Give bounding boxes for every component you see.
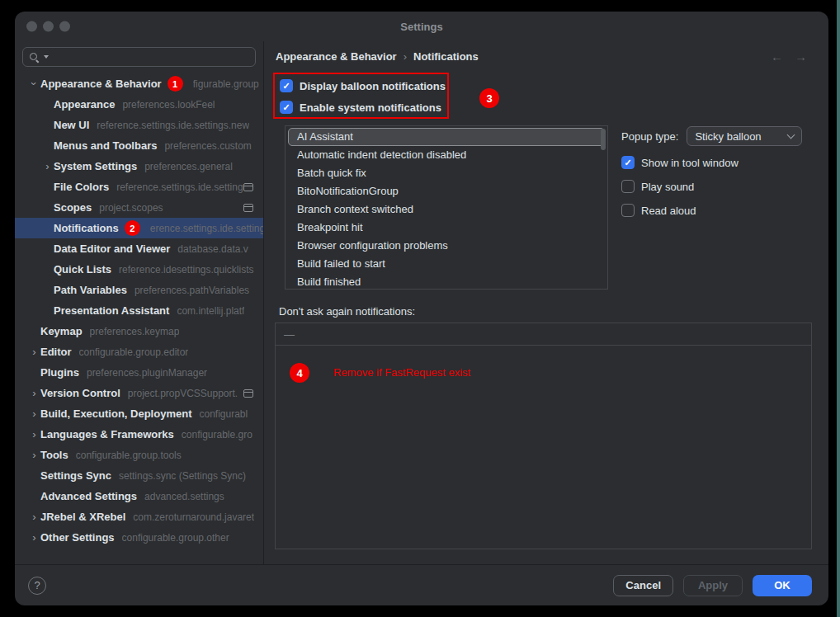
sidebar-item-id: preferences.custom (164, 140, 251, 152)
sidebar-item-file-colors[interactable]: File Colorsreference.settings.ide.settin… (15, 177, 263, 197)
annotation-badge-1: 1 (168, 76, 183, 92)
sidebar-item-id: preferences.general (144, 161, 233, 172)
sidebar-item-keymap[interactable]: Keymappreferences.keymap (15, 321, 263, 341)
sidebar-item-label: Presentation Assistant (54, 304, 169, 317)
project-level-icon (243, 183, 253, 191)
sidebar-item-id: advanced.settings (144, 491, 224, 502)
chevron-right-icon[interactable]: › (28, 511, 40, 522)
project-level-icon (243, 389, 253, 398)
sidebar-item-data-editor-and-viewer[interactable]: Data Editor and Viewerdatabase.data.v (15, 238, 263, 259)
toggle-row-show-in-tool-window[interactable]: ✓Show in tool window (621, 156, 739, 169)
popup-type-select[interactable]: Sticky balloon (687, 126, 802, 146)
sidebar-item-plugins[interactable]: Pluginspreferences.pluginManager (15, 362, 263, 383)
toggle-label: Play sound (641, 181, 694, 193)
notification-group-item[interactable]: AI Assistant (288, 128, 605, 146)
sidebar-item-version-control[interactable]: ›Version Controlproject.propVCSSupport. (15, 383, 263, 403)
chevron-down-icon (787, 130, 795, 139)
notification-group-item[interactable]: Browser configuration problems (288, 237, 605, 255)
sidebar-item-path-variables[interactable]: Path Variablespreferences.pathVariables (15, 280, 263, 300)
traffic-lights (26, 21, 70, 32)
toggle-row-read-aloud[interactable]: Read aloud (621, 204, 739, 217)
search-input[interactable] (53, 51, 249, 64)
sidebar-item-id: settings.sync (Settings Sync) (119, 470, 246, 482)
notification-group-item[interactable]: Breakpoint hit (288, 219, 605, 237)
sidebar-item-id: preferences.keymap (90, 326, 180, 337)
sidebar-item-label: Notifications (54, 222, 119, 234)
sidebar-item-build-execution-deployment[interactable]: ›Build, Execution, Deploymentconfigurabl (15, 403, 263, 424)
sidebar-item-jrebel-xrebel[interactable]: ›JRebel & XRebelcom.zeroturnaround.javar… (15, 506, 263, 527)
chevron-right-icon[interactable]: › (28, 408, 40, 419)
history-nav: ← → (771, 49, 807, 64)
sidebar-item-tools[interactable]: ›Toolsconfigurable.group.tools (15, 445, 263, 465)
ok-button[interactable]: OK (753, 575, 812, 596)
zoom-button[interactable] (59, 21, 70, 32)
dialog-footer: ? Cancel Apply OK (15, 564, 828, 605)
forward-arrow-icon[interactable]: → (795, 49, 807, 64)
search-box[interactable] (22, 47, 256, 67)
sidebar-item-id: reference.settings.ide.setting (116, 181, 243, 193)
sidebar-item-system-settings[interactable]: ›System Settingspreferences.general (15, 156, 263, 177)
apply-button[interactable]: Apply (683, 575, 743, 596)
checkbox-checked-icon[interactable]: ✓ (280, 101, 293, 114)
sidebar-item-languages-frameworks[interactable]: ›Languages & Frameworksconfigurable.gro (15, 424, 263, 445)
toggle-row-play-sound[interactable]: Play sound (621, 180, 739, 193)
sidebar-item-presentation-assistant[interactable]: Presentation Assistantcom.intellij.platf (15, 300, 263, 321)
sidebar-item-scopes[interactable]: Scopesproject.scopes (15, 197, 263, 218)
chevron-right-icon[interactable]: › (28, 388, 40, 398)
minimize-button[interactable] (43, 21, 54, 32)
annotation-badge-4: 4 (290, 363, 309, 383)
list-scrollbar[interactable] (601, 129, 606, 150)
notification-group-item[interactable]: Batch quick fix (288, 164, 605, 182)
sidebar-item-other-settings[interactable]: ›Other Settingsconfigurable.group.other (15, 527, 263, 548)
sidebar-item-notifications[interactable]: Notifications2erence.settings.ide.settin… (15, 218, 263, 238)
close-button[interactable] (26, 21, 37, 32)
sidebar-item-label: Other Settings (40, 531, 115, 544)
chevron-right-icon[interactable]: › (28, 450, 40, 460)
sidebar-item-advanced-settings[interactable]: Advanced Settingsadvanced.settings (15, 486, 263, 506)
search-history-icon[interactable] (44, 55, 49, 59)
settings-sidebar: ›Appearance & Behavior1figurable.groupAp… (15, 41, 264, 564)
dont-ask-list[interactable]: — (275, 323, 812, 549)
sidebar-item-label: JRebel & XRebel (40, 511, 125, 523)
sidebar-item-appearance[interactable]: Appearancepreferences.lookFeel (15, 94, 263, 115)
chevron-right-icon[interactable]: › (28, 429, 40, 440)
checkbox-unchecked-icon[interactable] (621, 204, 635, 217)
breadcrumb-parent[interactable]: Appearance & Behavior (276, 50, 397, 63)
chevron-down-icon[interactable]: › (29, 78, 40, 90)
sidebar-item-label: File Colors (54, 181, 109, 193)
checkbox-checked-icon[interactable]: ✓ (280, 79, 293, 92)
annotation-badge-3: 3 (479, 88, 499, 108)
sidebar-item-quick-lists[interactable]: Quick Listsreference.idesettings.quickli… (15, 259, 263, 280)
notification-group-item[interactable]: Build finished (288, 273, 605, 290)
titlebar[interactable]: Settings (15, 12, 828, 41)
sidebar-item-label: Data Editor and Viewer (54, 243, 170, 255)
popup-type-label: Popup type: (621, 130, 678, 143)
sidebar-item-settings-sync[interactable]: Settings Syncsettings.sync (Settings Syn… (15, 465, 263, 486)
sidebar-item-id: project.scopes (99, 202, 163, 214)
chevron-right-icon[interactable]: › (41, 161, 54, 172)
notification-group-item[interactable]: BitoNotificationGroup (288, 182, 605, 200)
sidebar-item-new-ui[interactable]: New UIreference.settings.ide.settings.ne… (15, 115, 263, 135)
annotation-highlight-box: ✓Display balloon notifications✓Enable sy… (273, 73, 449, 119)
chevron-right-icon[interactable]: › (28, 346, 40, 357)
sidebar-item-menus-and-toolbars[interactable]: Menus and Toolbarspreferences.custom (15, 135, 263, 156)
checkbox-checked-icon[interactable]: ✓ (621, 156, 635, 169)
notification-group-item[interactable]: Branch context switched (288, 200, 605, 219)
sidebar-item-label: Editor (40, 346, 72, 358)
checkbox-row-display-balloon-notifications[interactable]: ✓Display balloon notifications (275, 75, 447, 97)
notification-group-item[interactable]: Automatic indent detection disabled (288, 146, 605, 164)
help-button[interactable]: ? (28, 577, 46, 595)
checkbox-unchecked-icon[interactable] (621, 180, 635, 193)
sidebar-item-label: New UI (54, 119, 89, 131)
notification-groups-list[interactable]: AI AssistantAutomatic indent detection d… (285, 125, 608, 290)
notification-group-item[interactable]: Build failed to start (288, 255, 605, 273)
checkbox-row-enable-system-notifications[interactable]: ✓Enable system notifications (275, 97, 447, 118)
dont-ask-empty-row[interactable]: — (276, 323, 811, 346)
checkbox-label: Enable system notifications (300, 101, 441, 114)
sidebar-item-appearance-behavior[interactable]: ›Appearance & Behavior1figurable.group (15, 73, 263, 94)
sidebar-item-editor[interactable]: ›Editorconfigurable.group.editor (15, 341, 263, 362)
back-arrow-icon[interactable]: ← (771, 49, 783, 64)
annotation-badge-2: 2 (125, 220, 140, 236)
chevron-right-icon[interactable]: › (28, 532, 40, 543)
cancel-button[interactable]: Cancel (613, 575, 673, 596)
